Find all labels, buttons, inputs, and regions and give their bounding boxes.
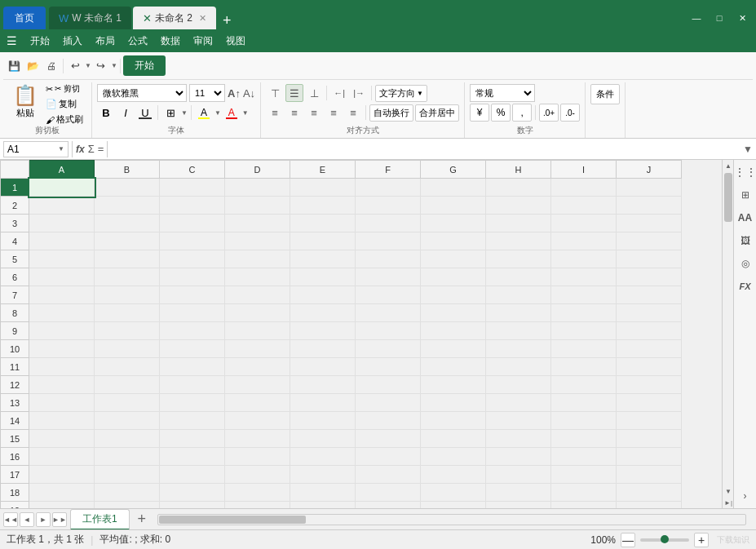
col-header-a[interactable]: A (29, 161, 95, 179)
cell-r19c3[interactable] (225, 502, 290, 509)
row-header-11[interactable]: 11 (1, 358, 29, 376)
cell-r15c7[interactable] (486, 430, 551, 448)
cell-r1c7[interactable] (486, 179, 551, 197)
row-header-1[interactable]: 1 (1, 179, 29, 197)
cell-r3c9[interactable] (617, 215, 682, 232)
cell-r9c1[interactable] (95, 322, 160, 340)
cell-r19c4[interactable] (290, 502, 356, 509)
cell-r4c9[interactable] (617, 232, 682, 250)
cell-r4c4[interactable] (290, 232, 356, 250)
cell-r13c4[interactable] (290, 394, 356, 412)
cell-r6c0[interactable] (29, 268, 95, 286)
zoom-minus-btn[interactable]: — (621, 533, 635, 547)
cell-r5c2[interactable] (160, 250, 225, 268)
tab2-close[interactable]: ✕ (199, 13, 206, 24)
cell-r12c7[interactable] (486, 376, 551, 394)
menu-data[interactable]: 数据 (154, 33, 187, 50)
cell-r9c8[interactable] (551, 322, 617, 340)
cell-ref-box[interactable]: A1 ▼ (3, 141, 69, 157)
col-header-e[interactable]: E (290, 161, 356, 179)
row-header-3[interactable]: 3 (1, 215, 29, 232)
cell-r9c9[interactable] (617, 322, 682, 340)
cell-r14c6[interactable] (421, 412, 486, 430)
col-header-c[interactable]: C (160, 161, 225, 179)
cell-r3c7[interactable] (486, 215, 551, 232)
cell-r13c6[interactable] (421, 394, 486, 412)
cell-r9c0[interactable] (29, 322, 95, 340)
paste-btn[interactable]: 📋 粘贴 (8, 82, 42, 126)
cell-r16c0[interactable] (29, 448, 95, 466)
align-center-btn[interactable]: ≡ (285, 104, 303, 122)
cell-r1c1[interactable] (95, 179, 160, 197)
cell-r11c4[interactable] (290, 358, 356, 376)
cell-r12c9[interactable] (617, 376, 682, 394)
sheet-nav-next[interactable]: ► (36, 512, 51, 527)
tab-wps1[interactable]: W W 未命名 1 (49, 7, 131, 29)
v-scrollbar-track[interactable] (723, 171, 733, 485)
cell-r6c9[interactable] (617, 268, 682, 286)
col-header-i[interactable]: I (551, 161, 617, 179)
cell-r1c9[interactable] (617, 179, 682, 197)
cell-r16c5[interactable] (356, 448, 421, 466)
col-header-g[interactable]: G (421, 161, 486, 179)
cell-r18c5[interactable] (356, 484, 421, 502)
cell-r6c7[interactable] (486, 268, 551, 286)
row-header-9[interactable]: 9 (1, 322, 29, 340)
cell-r8c5[interactable] (356, 304, 421, 322)
currency-btn[interactable]: ¥ (470, 104, 489, 122)
cell-r16c6[interactable] (421, 448, 486, 466)
cell-r11c6[interactable] (421, 358, 486, 376)
cell-r18c9[interactable] (617, 484, 682, 502)
underline-btn[interactable]: U (136, 104, 154, 122)
cell-r2c1[interactable] (95, 197, 160, 215)
decimal-up-btn[interactable]: .0+ (539, 104, 559, 122)
cell-r2c4[interactable] (290, 197, 356, 215)
indent-increase-btn[interactable]: |→ (350, 84, 368, 102)
cell-r3c8[interactable] (551, 215, 617, 232)
scroll-up-btn[interactable]: ▲ (723, 160, 734, 171)
align-left-btn[interactable]: ≡ (266, 104, 284, 122)
cell-r8c4[interactable] (290, 304, 356, 322)
indent-decrease-btn[interactable]: ←| (330, 84, 348, 102)
qt-redo[interactable]: ↪ (92, 57, 110, 75)
h-scrollbar-thumb[interactable] (159, 516, 306, 524)
cell-r12c6[interactable] (421, 376, 486, 394)
minimize-btn[interactable]: — (686, 10, 707, 26)
cell-r10c1[interactable] (95, 340, 160, 358)
cell-r1c0[interactable] (29, 179, 95, 197)
right-panel-circle[interactable]: ◎ (736, 255, 754, 272)
cell-r6c5[interactable] (356, 268, 421, 286)
menu-review[interactable]: 审阅 (187, 33, 219, 50)
cell-r12c5[interactable] (356, 376, 421, 394)
cell-r9c5[interactable] (356, 322, 421, 340)
cell-r3c2[interactable] (160, 215, 225, 232)
home-tab[interactable]: 首页 (3, 7, 46, 29)
border-btn[interactable]: ⊞ (161, 104, 179, 122)
start-button[interactable]: 开始 (123, 55, 166, 76)
cell-r16c9[interactable] (617, 448, 682, 466)
font-size-down-btn[interactable]: A↓ (243, 87, 255, 100)
cell-r15c4[interactable] (290, 430, 356, 448)
cell-r14c1[interactable] (95, 412, 160, 430)
cell-r5c7[interactable] (486, 250, 551, 268)
cell-r12c4[interactable] (290, 376, 356, 394)
cell-r10c8[interactable] (551, 340, 617, 358)
qt-undo-dropdown[interactable]: ▼ (85, 62, 91, 69)
row-header-14[interactable]: 14 (1, 412, 29, 430)
qt-save[interactable]: 💾 (5, 57, 23, 75)
sheet-nav-last[interactable]: ►► (52, 512, 67, 527)
formula-expand-btn[interactable]: ▼ (743, 144, 753, 155)
cell-r8c2[interactable] (160, 304, 225, 322)
cell-r14c4[interactable] (290, 412, 356, 430)
row-header-4[interactable]: 4 (1, 232, 29, 250)
qt-redo-dropdown[interactable]: ▼ (111, 62, 117, 69)
cell-r17c5[interactable] (356, 466, 421, 484)
row-header-15[interactable]: 15 (1, 430, 29, 448)
wrap-text-btn[interactable]: 自动换行 (369, 104, 413, 122)
cell-r1c2[interactable] (160, 179, 225, 197)
more-align-btn[interactable]: ≡ (344, 104, 362, 122)
cell-r13c9[interactable] (617, 394, 682, 412)
cell-r19c0[interactable] (29, 502, 95, 509)
menu-view[interactable]: 视图 (219, 33, 252, 50)
cell-r7c3[interactable] (225, 286, 290, 304)
